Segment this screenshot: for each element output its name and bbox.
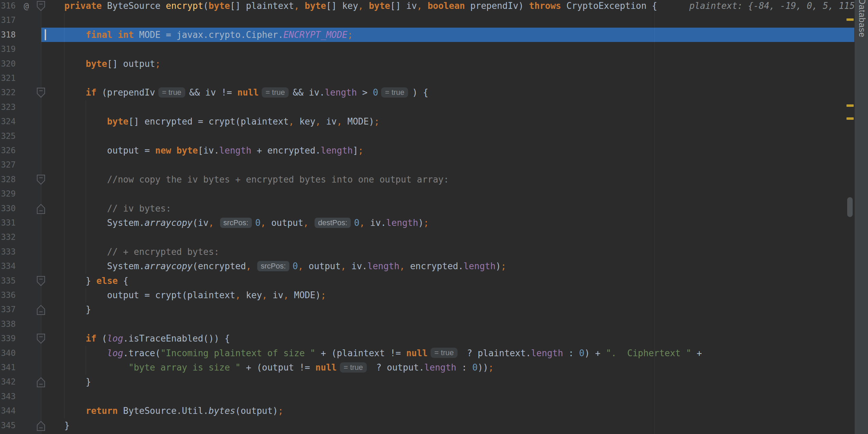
- code-token: System.: [43, 218, 144, 228]
- scrollbar-thumb[interactable]: [847, 197, 853, 217]
- line-number[interactable]: 322: [0, 85, 16, 100]
- error-stripe-mark[interactable]: [847, 18, 854, 21]
- code-token: iv: [267, 290, 283, 300]
- code-token: ,: [341, 261, 346, 271]
- fold-start-marker[interactable]: [36, 276, 46, 287]
- debugger-inline-value-hint[interactable]: = true: [381, 87, 408, 98]
- line-number[interactable]: 337: [0, 302, 16, 317]
- code-token: "Incoming plaintext of size ": [160, 348, 315, 358]
- code-line[interactable]: "byte array is size " + (output != null=…: [43, 360, 494, 375]
- code-token: iv: [321, 116, 337, 127]
- line-number[interactable]: 334: [0, 259, 16, 274]
- code-line[interactable]: }: [43, 375, 91, 389]
- line-number[interactable]: 318: [0, 28, 16, 42]
- line-number[interactable]: 335: [0, 274, 16, 288]
- code-token: length: [386, 218, 418, 228]
- line-number[interactable]: 324: [0, 114, 16, 129]
- code-line[interactable]: log.trace("Incoming plaintext of size " …: [43, 346, 702, 361]
- line-number[interactable]: 332: [0, 230, 16, 245]
- line-number[interactable]: 323: [0, 100, 16, 115]
- code-token: null: [315, 362, 337, 373]
- code-line[interactable]: System.arraycopy(encrypted, srcPos:0, ou…: [43, 259, 506, 274]
- code-line[interactable]: //now copy the iv bytes + encrypted byte…: [43, 172, 449, 187]
- line-number[interactable]: 336: [0, 288, 16, 303]
- code-token: return: [43, 406, 123, 416]
- line-number[interactable]: 329: [0, 187, 16, 201]
- line-number[interactable]: 331: [0, 216, 16, 230]
- line-number[interactable]: 321: [0, 71, 16, 86]
- line-number[interactable]: 343: [0, 389, 16, 404]
- line-number[interactable]: 341: [0, 360, 16, 375]
- code-line[interactable]: System.arraycopy(iv, srcPos:0, output, d…: [43, 216, 429, 230]
- code-line[interactable]: // iv bytes:: [43, 201, 171, 216]
- scrollbar-track[interactable]: [846, 0, 854, 434]
- code-token: + encrypted.: [251, 145, 321, 156]
- debugger-inline-value-hint[interactable]: = true: [340, 362, 367, 373]
- annotation-gutter-icon[interactable]: @: [21, 0, 31, 13]
- line-number[interactable]: 333: [0, 245, 16, 259]
- code-line[interactable]: } else {: [43, 274, 128, 288]
- code-token: ;: [278, 406, 284, 416]
- code-token: 0: [373, 87, 378, 98]
- code-line[interactable]: byte[] encrypted = crypt(plaintext, key,…: [43, 114, 379, 129]
- code-token: key: [241, 290, 262, 300]
- code-token: if: [43, 87, 97, 98]
- line-number[interactable]: 344: [0, 404, 16, 418]
- debugger-inline-value-hint[interactable]: = true: [431, 348, 458, 358]
- editor-area[interactable]: private ByteSource encrypt(byte[] plaint…: [0, 0, 854, 434]
- line-number[interactable]: 338: [0, 317, 16, 332]
- code-line[interactable]: final int MODE = javax.crypto.Cipher.ENC…: [43, 28, 353, 42]
- code-token: boolean: [428, 1, 465, 11]
- code-line[interactable]: // + encrypted bytes:: [43, 245, 219, 259]
- error-stripe-mark[interactable]: [847, 117, 854, 120]
- fold-start-marker[interactable]: [36, 174, 46, 185]
- code-line[interactable]: output = crypt(plaintext, key, iv, MODE)…: [43, 288, 326, 303]
- code-token: // iv bytes:: [43, 203, 171, 214]
- debugger-inline-value-hint[interactable]: = true: [158, 87, 185, 98]
- code-token: [] key: [326, 1, 358, 11]
- line-number[interactable]: 326: [0, 143, 16, 158]
- line-number[interactable]: 345: [0, 418, 16, 433]
- code-token: prependIv): [465, 1, 529, 11]
- error-stripe-mark[interactable]: [847, 104, 854, 107]
- code-line[interactable]: private ByteSource encrypt(byte[] plaint…: [43, 0, 855, 13]
- line-number[interactable]: 328: [0, 172, 16, 187]
- code-token: ;: [358, 145, 364, 156]
- fold-start-marker[interactable]: [36, 87, 46, 98]
- code-token: CryptoException {: [561, 1, 657, 11]
- line-number[interactable]: 327: [0, 158, 16, 172]
- code-token: ,: [289, 116, 294, 127]
- code-line[interactable]: output = new byte[iv.length + encrypted.…: [43, 143, 363, 158]
- code-token: length: [321, 145, 353, 156]
- line-number[interactable]: 317: [0, 13, 16, 28]
- line-number[interactable]: 325: [0, 129, 16, 144]
- code-token: }: [43, 304, 91, 315]
- line-number[interactable]: 330: [0, 201, 16, 216]
- fold-start-marker[interactable]: [36, 1, 46, 12]
- line-number[interactable]: 316: [0, 0, 16, 13]
- line-number[interactable]: 339: [0, 331, 16, 346]
- fold-start-marker[interactable]: [36, 333, 46, 344]
- code-line[interactable]: if (prependIv= true&& iv != null= true&&…: [43, 85, 428, 100]
- line-number[interactable]: 340: [0, 346, 16, 361]
- code-token: output: [303, 261, 341, 271]
- code-token: null: [406, 348, 428, 358]
- code-token: new: [155, 145, 171, 156]
- code-line[interactable]: }: [43, 302, 91, 317]
- fold-end-marker[interactable]: [36, 377, 46, 388]
- tool-window-tab-database[interactable]: Database: [857, 0, 867, 38]
- debugger-inline-value-hint[interactable]: = true: [262, 87, 289, 98]
- fold-end-marker[interactable]: [36, 304, 46, 315]
- code-line[interactable]: return ByteSource.Util.bytes(output);: [43, 404, 283, 418]
- code-line[interactable]: if (log.isTraceEnabled()) {: [43, 331, 230, 346]
- code-line[interactable]: }: [43, 418, 70, 433]
- code-token: output =: [43, 145, 155, 156]
- line-number[interactable]: 320: [0, 57, 16, 71]
- fold-end-marker[interactable]: [36, 203, 46, 214]
- code-token: [] output: [107, 59, 155, 69]
- fold-end-marker[interactable]: [36, 420, 46, 431]
- line-number[interactable]: 342: [0, 375, 16, 389]
- line-number[interactable]: 319: [0, 42, 16, 57]
- code-line[interactable]: byte[] output;: [43, 57, 160, 71]
- code-token: //now copy the iv bytes + encrypted byte…: [43, 174, 449, 185]
